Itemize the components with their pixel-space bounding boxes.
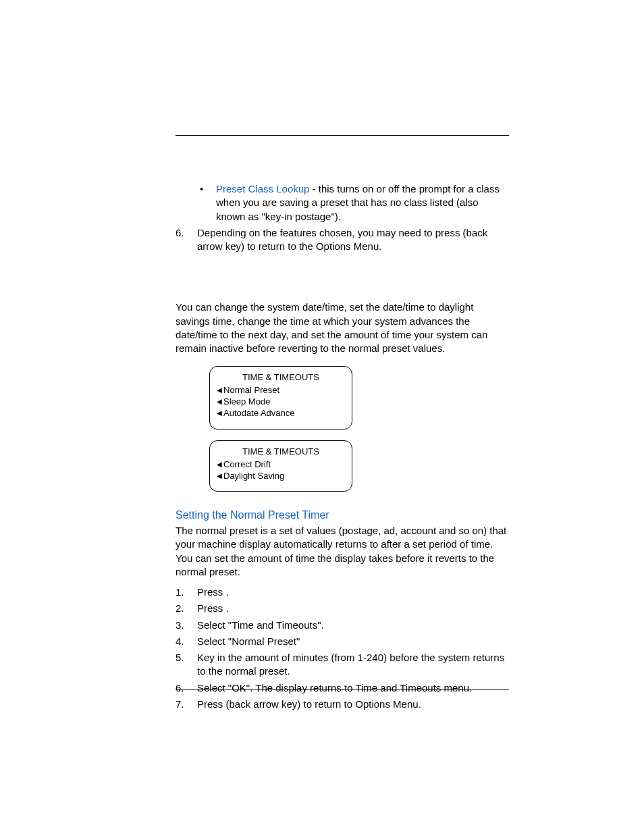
lcd-item: Normal Preset: [217, 385, 345, 396]
step-row: 5. Key in the amount of minutes (from 1-…: [176, 651, 509, 679]
bullet-text: Preset Class Lookup - this turns on or o…: [216, 182, 509, 224]
intro-paragraph: You can change the system date/time, set…: [176, 301, 509, 355]
lcd-screen-2: TIME & TIMEOUTS Correct Drift Daylight S…: [209, 440, 352, 492]
step-number: 5.: [176, 651, 197, 679]
step-text: Press .: [197, 602, 509, 615]
step-row: 7. Press (back arrow key) to return to O…: [176, 698, 509, 711]
step-row: 2. Press .: [176, 602, 509, 615]
step-number: 6.: [176, 681, 197, 695]
step-number: 7.: [176, 698, 197, 711]
lcd-item: Autodate Advance: [217, 408, 345, 419]
step-text: Depending on the features chosen, you ma…: [197, 226, 509, 254]
spacer: [176, 579, 509, 585]
step-number: 4.: [176, 635, 197, 648]
lcd-screen-1: TIME & TIMEOUTS Normal Preset Sleep Mode…: [209, 366, 352, 429]
bottom-rule: [176, 689, 509, 689]
step-text: Select "Time and Timeouts".: [197, 619, 509, 632]
subheading-normal-preset-timer: Setting the Normal Preset Timer: [176, 508, 509, 523]
step-row: 6. Select "OK". The display returns to T…: [176, 681, 509, 695]
step-number: 2.: [176, 602, 197, 615]
step-text: Press .: [197, 585, 509, 599]
lcd-title: TIME & TIMEOUTS: [217, 372, 345, 384]
top-rule: [176, 135, 509, 136]
step-text: Press (back arrow key) to return to Opti…: [197, 698, 509, 711]
step-number: 6.: [176, 226, 197, 254]
step-number: 1.: [176, 585, 197, 599]
step-text: Key in the amount of minutes (from 1-240…: [197, 651, 509, 679]
lcd-item: Daylight Saving: [217, 471, 345, 482]
lcd-item: Sleep Mode: [217, 396, 345, 408]
sub-paragraph: The normal preset is a set of values (po…: [176, 524, 509, 579]
bullet-preset-class-lookup: • Preset Class Lookup - this turns on or…: [176, 182, 509, 224]
content-body: • Preset Class Lookup - this turns on or…: [176, 182, 509, 714]
bullet-marker: •: [176, 182, 216, 224]
preset-class-lookup-link: Preset Class Lookup: [216, 183, 309, 194]
step-text: Select "OK". The display returns to Time…: [197, 681, 509, 695]
step-row: 3. Select "Time and Timeouts".: [176, 619, 509, 632]
lcd-item: Correct Drift: [217, 459, 345, 471]
lcd-title: TIME & TIMEOUTS: [217, 446, 345, 458]
step-number: 3.: [176, 619, 197, 632]
document-page: • Preset Class Lookup - this turns on or…: [0, 0, 644, 834]
step-row: 1. Press .: [176, 585, 509, 599]
step-6-prev: 6. Depending on the features chosen, you…: [176, 226, 509, 254]
step-text: Select "Normal Preset": [197, 635, 509, 648]
step-row: 4. Select "Normal Preset": [176, 635, 509, 648]
